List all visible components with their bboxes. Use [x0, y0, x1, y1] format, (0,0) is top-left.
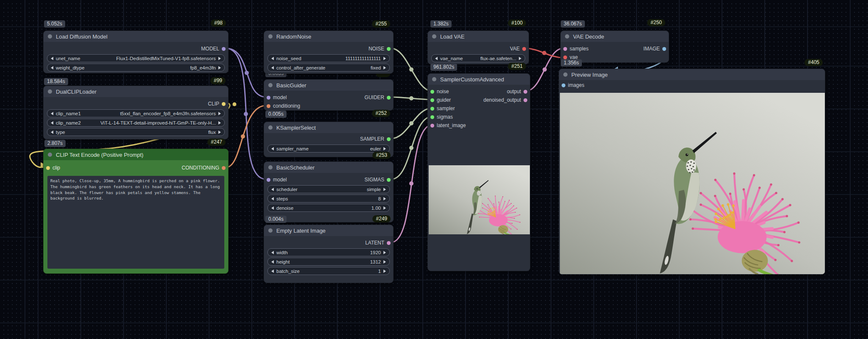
- sigmas-input-port[interactable]: [430, 115, 434, 119]
- collapse-dot-icon[interactable]: [48, 34, 52, 39]
- combo-right-arrow-icon[interactable]: [218, 131, 221, 134]
- clip-output-port[interactable]: [222, 102, 226, 106]
- node-titlebar[interactable]: Empty Latent Image: [264, 225, 393, 236]
- prompt-textarea[interactable]: Real photo, Close-up, 35mm, A hummingbir…: [47, 176, 224, 269]
- noise-output-port[interactable]: [387, 47, 391, 51]
- node-titlebar[interactable]: BasicGuider: [264, 80, 393, 91]
- widget-denoise[interactable]: denoise1.00: [267, 204, 390, 212]
- node-titlebar[interactable]: Load VAE: [428, 31, 529, 42]
- vae-output-port[interactable]: [522, 47, 526, 51]
- images-input-port[interactable]: [562, 83, 565, 87]
- combo-left-arrow-icon[interactable]: [435, 57, 438, 60]
- output-port[interactable]: [524, 90, 527, 94]
- samples-input-port[interactable]: [563, 47, 567, 51]
- combo-left-arrow-icon[interactable]: [51, 112, 53, 115]
- node-vae-decode[interactable]: VAE Decode samples IMAGE vae: [560, 31, 669, 63]
- combo-right-arrow-icon[interactable]: [218, 57, 221, 60]
- collapse-dot-icon[interactable]: [268, 34, 273, 39]
- model-input-port[interactable]: [267, 96, 270, 100]
- combo-left-arrow-icon[interactable]: [271, 206, 274, 210]
- combo-right-arrow-icon[interactable]: [383, 270, 386, 273]
- node-clip-text-encode[interactable]: CLIP Text Encode (Positive Prompt) clip …: [43, 149, 229, 274]
- combo-left-arrow-icon[interactable]: [271, 188, 274, 191]
- combo-left-arrow-icon[interactable]: [271, 270, 274, 273]
- widget-clip-name2[interactable]: clip_name2ViT-L-14-TEXT-detail-improved-…: [47, 119, 225, 127]
- widget-height[interactable]: height1312: [267, 258, 390, 266]
- combo-left-arrow-icon[interactable]: [271, 57, 274, 60]
- widget-unet-name[interactable]: unet_nameFlux1-DedistilledMixTuned-V1-fp…: [47, 54, 225, 62]
- widget-type[interactable]: typeflux: [47, 128, 225, 136]
- widget-steps[interactable]: steps8: [267, 195, 390, 203]
- combo-left-arrow-icon[interactable]: [271, 147, 274, 150]
- combo-right-arrow-icon[interactable]: [519, 57, 521, 60]
- combo-right-arrow-icon[interactable]: [218, 121, 221, 125]
- node-sampler-custom-advanced[interactable]: SamplerCustomAdvanced noise output guide…: [427, 73, 530, 271]
- collapse-dot-icon[interactable]: [268, 125, 273, 130]
- collapse-dot-icon[interactable]: [565, 34, 569, 39]
- collapse-dot-icon[interactable]: [268, 165, 273, 170]
- widget-clip-name1[interactable]: clip_name1t5xxl_flan_encoder_fp8_e4m3fn.…: [47, 109, 225, 117]
- widget-scheduler[interactable]: schedulersimple: [267, 185, 390, 193]
- combo-right-arrow-icon[interactable]: [383, 251, 386, 254]
- node-titlebar[interactable]: DualCLIPLoader: [44, 86, 228, 97]
- node-titlebar[interactable]: SamplerCustomAdvanced: [428, 74, 530, 85]
- collapse-dot-icon[interactable]: [268, 83, 273, 87]
- conditioning-output-port[interactable]: [222, 166, 226, 170]
- combo-right-arrow-icon[interactable]: [383, 57, 386, 60]
- combo-right-arrow-icon[interactable]: [383, 206, 386, 210]
- noise-input-port[interactable]: [430, 90, 434, 94]
- node-titlebar[interactable]: RandomNoise: [264, 31, 393, 42]
- combo-left-arrow-icon[interactable]: [271, 197, 274, 200]
- guider-output-port[interactable]: [387, 96, 391, 100]
- latent-output-port[interactable]: [387, 241, 391, 245]
- node-dual-clip-loader[interactable]: DualCLIPLoader CLIP clip_name1t5xxl_flan…: [43, 86, 229, 139]
- node-empty-latent-image[interactable]: Empty Latent Image LATENT width1920 heig…: [264, 225, 394, 283]
- denoised-output-port[interactable]: [524, 98, 527, 102]
- collapse-dot-icon[interactable]: [432, 77, 436, 81]
- widget-control-after-generate[interactable]: control_after_generatefixed: [267, 64, 390, 72]
- combo-right-arrow-icon[interactable]: [383, 66, 386, 69]
- combo-left-arrow-icon[interactable]: [51, 57, 53, 60]
- node-titlebar[interactable]: CLIP Text Encode (Positive Prompt): [44, 149, 228, 160]
- widget-width[interactable]: width1920: [267, 248, 390, 256]
- combo-left-arrow-icon[interactable]: [271, 66, 274, 69]
- node-graph-canvas[interactable]: 5.052s #98 18.584s #99 2.807s #247 #255 …: [0, 0, 868, 339]
- collapse-dot-icon[interactable]: [563, 72, 568, 77]
- combo-right-arrow-icon[interactable]: [218, 66, 221, 69]
- collapse-dot-icon[interactable]: [432, 34, 436, 39]
- widget-noise-seed[interactable]: noise_seed111111111111111: [267, 54, 390, 62]
- model-input-port[interactable]: [267, 178, 270, 182]
- combo-right-arrow-icon[interactable]: [383, 197, 386, 200]
- conditioning-input-port[interactable]: [267, 104, 270, 108]
- combo-left-arrow-icon[interactable]: [51, 66, 53, 69]
- node-load-vae[interactable]: Load VAE VAE vae_nameflux-ae.safeten...: [427, 31, 529, 64]
- node-random-noise[interactable]: RandomNoise NOISE noise_seed111111111111…: [264, 31, 394, 74]
- node-titlebar[interactable]: Preview Image: [559, 69, 825, 80]
- widget-sampler-name[interactable]: sampler_nameeuler: [267, 144, 390, 153]
- sampler-output-port[interactable]: [387, 137, 391, 141]
- collapse-dot-icon[interactable]: [48, 153, 52, 157]
- clip-input-port[interactable]: [46, 166, 50, 170]
- combo-right-arrow-icon[interactable]: [383, 147, 386, 150]
- node-basic-scheduler[interactable]: BasicScheduler model SIGMAS schedulersim…: [264, 161, 394, 222]
- combo-right-arrow-icon[interactable]: [383, 260, 386, 264]
- combo-left-arrow-icon[interactable]: [51, 121, 53, 125]
- combo-left-arrow-icon[interactable]: [51, 131, 53, 134]
- image-output-port[interactable]: [662, 47, 666, 51]
- combo-left-arrow-icon[interactable]: [271, 260, 274, 264]
- node-titlebar[interactable]: BasicScheduler: [264, 162, 393, 173]
- node-titlebar[interactable]: KSamplerSelect: [264, 122, 393, 133]
- node-basic-guider[interactable]: BasicGuider model GUIDER conditioning: [264, 79, 394, 111]
- sampler-input-port[interactable]: [430, 107, 434, 111]
- widget-batch-size[interactable]: batch_size1: [267, 267, 390, 275]
- combo-left-arrow-icon[interactable]: [271, 251, 274, 254]
- model-output-port[interactable]: [222, 47, 226, 51]
- widget-vae-name[interactable]: vae_nameflux-ae.safeten...: [431, 54, 525, 62]
- combo-right-arrow-icon[interactable]: [383, 188, 386, 191]
- widget-weight-dtype[interactable]: weight_dtypefp8_e4m3fn: [47, 64, 225, 72]
- collapse-dot-icon[interactable]: [268, 228, 273, 233]
- combo-right-arrow-icon[interactable]: [218, 112, 221, 115]
- guider-input-port[interactable]: [430, 98, 434, 102]
- sigmas-output-port[interactable]: [387, 178, 391, 182]
- latent-image-input-port[interactable]: [430, 124, 434, 128]
